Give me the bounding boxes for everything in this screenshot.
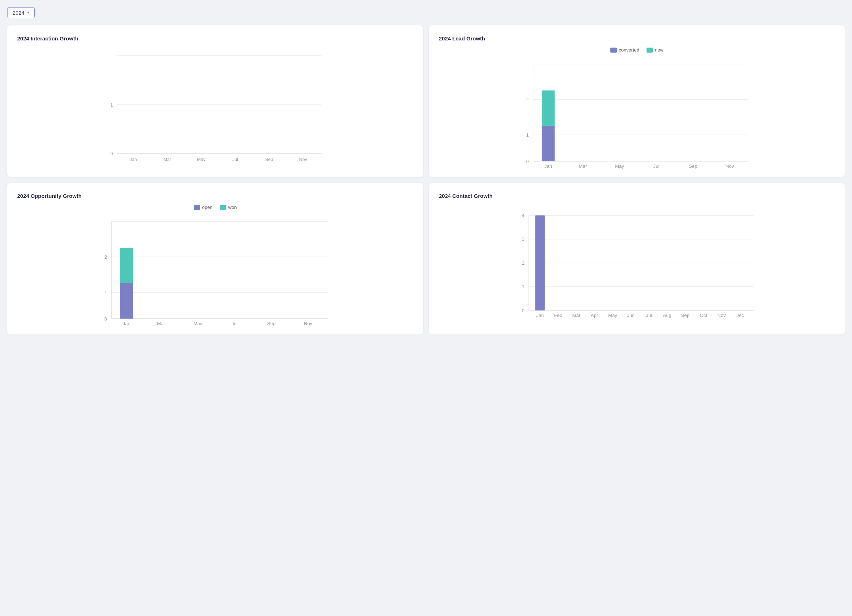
x-label-nov: Nov: [726, 164, 734, 169]
legend-won-label: won: [228, 205, 237, 210]
x-label-sep: Sep: [681, 313, 689, 318]
y-label-2: 2: [104, 255, 107, 260]
x-label-jul: Jul: [653, 164, 659, 169]
bar-jan-open: [120, 283, 133, 319]
y-label-1: 1: [526, 133, 529, 138]
bar-jan-contact: [535, 215, 545, 310]
lead-growth-chart: 2 1 0 Jan Mar May Jul Sep Nov: [439, 56, 835, 170]
x-label-may: May: [608, 313, 617, 318]
opportunity-growth-legend: open won: [17, 205, 413, 210]
interaction-growth-chart: 1 0 Jan Mar May Jul Sep Nov: [17, 47, 413, 162]
contact-growth-svg: 4 3 2 1 0 Jan Feb Mar Apr May Jun Jul Au…: [439, 205, 835, 319]
opportunity-growth-card: 2024 Opportunity Growth open won 2 1: [7, 183, 423, 334]
x-label-may: May: [197, 157, 205, 162]
x-label-sep: Sep: [267, 321, 276, 326]
x-label-may: May: [193, 321, 202, 326]
legend-item-converted: converted: [610, 47, 639, 53]
year-label: 2024: [12, 10, 24, 16]
y-label-0: 0: [526, 159, 529, 164]
x-label-apr: Apr: [591, 313, 598, 318]
x-label-jan: Jan: [544, 164, 552, 169]
x-label-oct: Oct: [700, 313, 707, 318]
interaction-growth-svg: 1 0 Jan Mar May Jul Sep Nov: [17, 47, 413, 162]
x-label-jun: Jun: [627, 313, 634, 318]
lead-growth-card: 2024 Lead Growth converted new 2 1: [429, 26, 845, 177]
x-label-may: May: [615, 164, 624, 169]
legend-open-color: [194, 205, 200, 210]
contact-growth-chart: 4 3 2 1 0 Jan Feb Mar Apr May Jun Jul Au…: [439, 205, 835, 319]
bar-jan-won: [120, 248, 133, 283]
x-label-mar: Mar: [163, 157, 171, 162]
y-label-2: 2: [526, 97, 529, 102]
x-label-jan: Jan: [536, 313, 544, 318]
x-label-mar: Mar: [579, 164, 587, 169]
legend-converted-label: converted: [619, 47, 639, 53]
x-label-jul: Jul: [646, 313, 652, 318]
contact-growth-title: 2024 Contact Growth: [439, 193, 835, 199]
lead-growth-svg: 2 1 0 Jan Mar May Jul Sep Nov: [439, 56, 835, 170]
lead-growth-title: 2024 Lead Growth: [439, 35, 835, 42]
x-label-mar: Mar: [157, 321, 165, 326]
top-bar: 2024 ▾: [7, 7, 845, 18]
y-label-1: 1: [522, 284, 524, 289]
opportunity-growth-chart: 2 1 0 Jan Mar May Jul Sep Nov: [17, 213, 413, 327]
x-label-feb: Feb: [554, 313, 562, 318]
interaction-growth-card: 2024 Interaction Growth 1 0 Jan Mar May …: [7, 26, 423, 177]
legend-item-open: open: [194, 205, 213, 210]
x-label-sep: Sep: [265, 157, 273, 162]
legend-converted-color: [610, 48, 617, 53]
x-label-sep: Sep: [689, 164, 697, 169]
lead-growth-legend: converted new: [439, 47, 835, 53]
x-label-aug: Aug: [663, 313, 672, 318]
x-label-dec: Dec: [736, 313, 744, 318]
x-label-nov: Nov: [299, 157, 308, 162]
x-label-jan: Jan: [130, 157, 137, 162]
y-label-3: 3: [522, 236, 524, 242]
legend-item-won: won: [220, 205, 237, 210]
bar-jan-new: [542, 90, 554, 126]
y-label-0: 0: [522, 308, 524, 313]
x-label-jul: Jul: [232, 321, 238, 326]
y-label-0: 0: [104, 316, 107, 322]
x-label-jan: Jan: [123, 321, 130, 326]
interaction-growth-title: 2024 Interaction Growth: [17, 35, 413, 42]
x-label-mar: Mar: [573, 313, 581, 318]
chevron-down-icon: ▾: [27, 11, 29, 15]
charts-grid: 2024 Interaction Growth 1 0 Jan Mar May …: [7, 26, 845, 334]
legend-new-label: new: [655, 47, 664, 53]
x-label-jul: Jul: [232, 157, 238, 162]
y-label-1: 1: [110, 103, 113, 108]
opportunity-growth-title: 2024 Opportunity Growth: [17, 193, 413, 199]
legend-new-color: [647, 48, 653, 53]
legend-won-color: [220, 205, 226, 210]
opportunity-growth-svg: 2 1 0 Jan Mar May Jul Sep Nov: [17, 213, 413, 327]
bar-jan-converted: [542, 126, 554, 161]
legend-open-label: open: [202, 205, 213, 210]
x-label-nov: Nov: [304, 321, 313, 326]
contact-growth-card: 2024 Contact Growth 4 3 2 1 0 Ja: [429, 183, 845, 334]
x-label-nov: Nov: [718, 313, 726, 318]
y-label-4: 4: [522, 213, 524, 218]
legend-item-new: new: [647, 47, 664, 53]
y-label-0: 0: [110, 151, 113, 156]
y-label-2: 2: [522, 261, 524, 266]
year-dropdown[interactable]: 2024 ▾: [7, 7, 35, 18]
y-label-1: 1: [104, 290, 107, 295]
